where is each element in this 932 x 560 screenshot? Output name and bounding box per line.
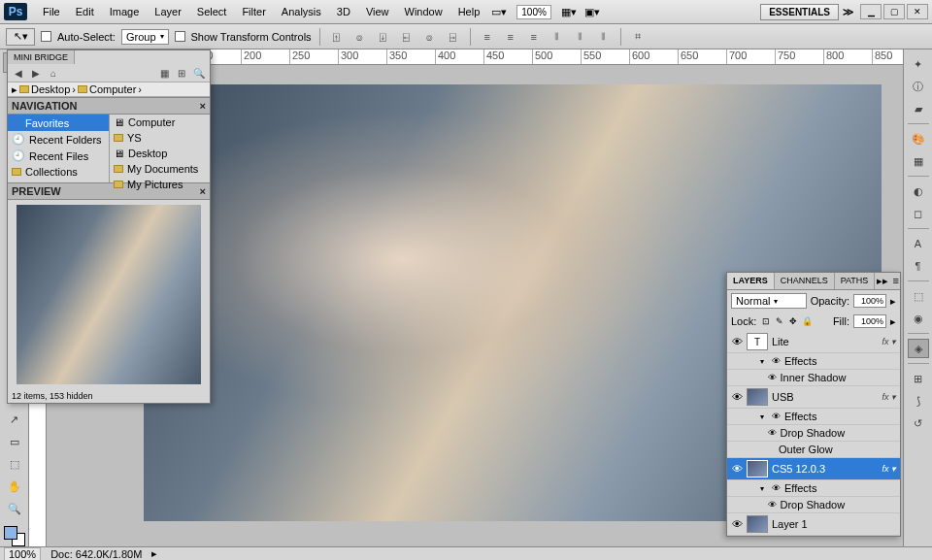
close-preview-icon[interactable]: ×: [200, 185, 206, 197]
align-bottom-icon[interactable]: ⍗: [375, 29, 392, 45]
tab-paths[interactable]: PATHS: [835, 273, 876, 289]
history-icon[interactable]: ↺: [908, 413, 929, 433]
nav-ys[interactable]: YS: [110, 130, 210, 146]
layer-row[interactable]: 👁 T Lite fx ▾: [727, 331, 900, 353]
search-icon[interactable]: 🔍: [192, 66, 206, 80]
menu-image[interactable]: Image: [102, 6, 148, 17]
character-icon[interactable]: A: [908, 234, 929, 253]
blend-mode-select[interactable]: Normal▾: [731, 293, 807, 309]
paragraph-icon[interactable]: ¶: [908, 256, 929, 276]
align-hcenter-icon[interactable]: ⌾: [421, 29, 439, 45]
nav-computer[interactable]: 🖥Computer: [110, 115, 210, 130]
menu-filter[interactable]: Filter: [234, 6, 273, 17]
3d-tool[interactable]: ⬚: [3, 454, 26, 475]
hand-tool[interactable]: ✋: [3, 477, 26, 497]
status-zoom[interactable]: 100%: [4, 547, 41, 561]
expand-panels-icon[interactable]: ≫: [843, 6, 854, 18]
window-minimize[interactable]: ▁: [860, 4, 882, 19]
color-icon[interactable]: ▰: [908, 99, 929, 118]
auto-align-icon[interactable]: ⌗: [629, 29, 647, 45]
effects-row[interactable]: ▾👁 Effects: [727, 480, 900, 497]
visibility-icon[interactable]: 👁: [731, 463, 743, 475]
menu-file[interactable]: File: [35, 6, 68, 17]
tab-layers[interactable]: LAYERS: [727, 273, 775, 289]
effects-row[interactable]: ▾👁 Effects: [727, 353, 900, 370]
layer-thumb[interactable]: [747, 515, 768, 533]
opacity-input[interactable]: [853, 294, 886, 308]
menu-3d[interactable]: 3D: [329, 6, 358, 17]
align-vcenter-icon[interactable]: ⌾: [351, 29, 369, 45]
fx-badge[interactable]: fx ▾: [882, 337, 896, 346]
home-icon[interactable]: ⌂: [47, 66, 60, 80]
layer-name[interactable]: Lite: [772, 336, 789, 347]
nav-recent-folders[interactable]: 🕘Recent Folders: [8, 131, 109, 148]
fx-badge[interactable]: fx ▾: [882, 464, 896, 474]
layer-row[interactable]: 👁 Layer 1: [727, 513, 900, 536]
close-nav-icon[interactable]: ×: [200, 100, 206, 112]
layer-thumb[interactable]: [747, 388, 768, 406]
foreground-color[interactable]: [4, 526, 17, 540]
menu-window[interactable]: Window: [397, 6, 450, 17]
menu-edit[interactable]: Edit: [68, 6, 102, 17]
lock-all-icon[interactable]: 🔒: [801, 315, 813, 327]
info-icon[interactable]: ⓘ: [908, 77, 929, 96]
adjustments-icon[interactable]: ◐: [908, 181, 929, 201]
tool-preset-picker[interactable]: ↖▾: [6, 28, 35, 46]
layer-row[interactable]: 👁 CS5 12.0.3 fx ▾: [727, 458, 900, 480]
layer-name[interactable]: USB: [772, 391, 794, 403]
navigator-icon[interactable]: ✦: [908, 54, 929, 74]
forward-icon[interactable]: ▶: [29, 66, 43, 80]
opacity-scrubber-icon[interactable]: ▸: [890, 295, 896, 308]
paths-icon[interactable]: ⟆: [908, 391, 929, 411]
nav-desktop[interactable]: 🖥Desktop: [110, 146, 210, 161]
menu-help[interactable]: Help: [450, 6, 488, 17]
distribute-left-icon[interactable]: ⦀: [549, 29, 566, 45]
menu-view[interactable]: View: [358, 6, 397, 17]
zoom-level[interactable]: 100%: [516, 5, 551, 19]
zoom-tool[interactable]: 🔍: [3, 499, 26, 519]
3d-panel-icon[interactable]: ⬚: [908, 286, 929, 306]
menu-analysis[interactable]: Analysis: [274, 6, 329, 17]
workspace-switcher[interactable]: ESSENTIALS: [760, 4, 839, 20]
nav-favorites[interactable]: ★Favorites: [8, 115, 109, 131]
align-right-icon[interactable]: ⍈: [445, 29, 462, 45]
align-left-icon[interactable]: ⍇: [398, 29, 416, 45]
fx-badge[interactable]: fx ▾: [882, 392, 896, 402]
distribute-vcenter-icon[interactable]: ≡: [502, 29, 519, 45]
layer-name[interactable]: Layer 1: [772, 518, 808, 530]
menu-layer[interactable]: Layer: [147, 6, 189, 17]
effect-drop-shadow[interactable]: 👁 Drop Shadow: [727, 425, 900, 442]
auto-select-target[interactable]: Group▾: [121, 29, 169, 45]
mini-bridge-panel[interactable]: MINI BRIDGE ◀ ▶ ⌂ ▦ ⊞ 🔍 ▸Desktop› Comput…: [7, 49, 211, 404]
lock-position-icon[interactable]: ✥: [787, 315, 799, 327]
align-top-icon[interactable]: ⍐: [328, 29, 346, 45]
auto-select-checkbox[interactable]: [41, 31, 51, 42]
layers-icon[interactable]: ◈: [908, 339, 929, 358]
effect-inner-shadow[interactable]: 👁 Inner Shadow: [727, 370, 900, 386]
nav-mydocs[interactable]: My Documents: [110, 161, 210, 177]
path-tool[interactable]: ↗: [3, 410, 26, 430]
back-icon[interactable]: ◀: [12, 66, 25, 80]
view-icon[interactable]: ▦: [157, 66, 171, 80]
swatches-icon[interactable]: 🎨: [908, 129, 929, 148]
panel-menu-icon[interactable]: ≡: [890, 273, 900, 289]
layer-thumb[interactable]: [747, 460, 768, 478]
effect-drop-shadow[interactable]: 👁 Drop Shadow: [727, 497, 900, 513]
collapse-panel-icon[interactable]: ▸▸: [875, 273, 890, 289]
lock-transparency-icon[interactable]: ⊡: [760, 315, 772, 327]
visibility-icon[interactable]: 👁: [731, 518, 743, 530]
view-extras-icon[interactable]: ▦▾: [559, 4, 579, 19]
fill-input[interactable]: [853, 314, 886, 328]
distribute-bottom-icon[interactable]: ≡: [525, 29, 543, 45]
visibility-icon[interactable]: 👁: [731, 336, 743, 347]
layer-row[interactable]: 👁 USB fx ▾: [727, 386, 900, 409]
show-transform-checkbox[interactable]: [175, 31, 185, 42]
nav-recent-files[interactable]: 🕘Recent Files: [8, 148, 109, 164]
distribute-right-icon[interactable]: ⦀: [595, 29, 613, 45]
color-swatches[interactable]: [4, 526, 25, 546]
layer-thumb-text[interactable]: T: [747, 333, 768, 350]
distribute-hcenter-icon[interactable]: ⦀: [572, 29, 589, 45]
menu-select[interactable]: Select: [189, 6, 235, 17]
nav-mypics[interactable]: My Pictures: [110, 177, 210, 192]
fill-scrubber-icon[interactable]: ▸: [890, 315, 896, 328]
